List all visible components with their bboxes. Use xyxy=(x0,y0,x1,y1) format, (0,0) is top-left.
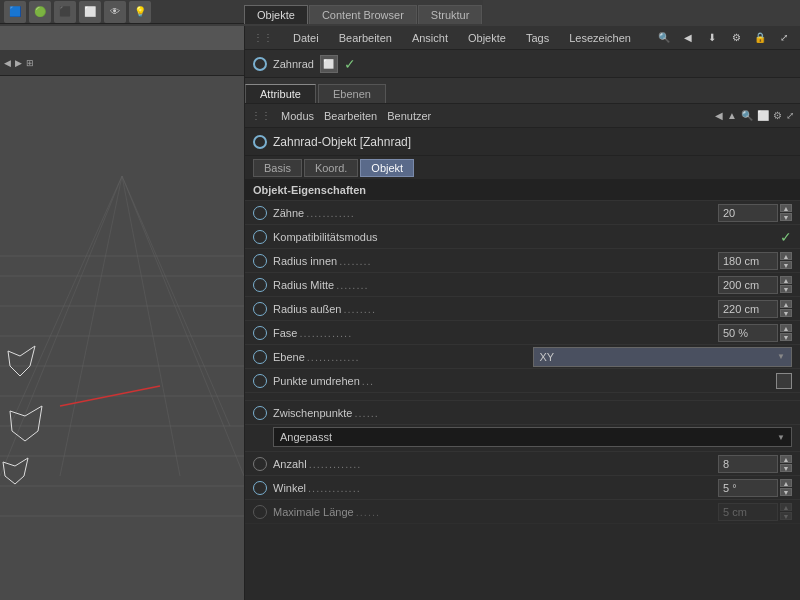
tab-ebenen[interactable]: Ebenen xyxy=(318,84,386,103)
search-icon[interactable]: 🔍 xyxy=(656,30,672,46)
dropdown-zwischenpunkte-arrow: ▼ xyxy=(777,433,785,442)
check-kompatibilitaet[interactable]: ✓ xyxy=(780,229,792,245)
dropdown-zwischenpunkte[interactable]: Angepasst ▼ xyxy=(273,427,792,447)
minimize-icon[interactable]: ⬇ xyxy=(704,30,720,46)
lock-icon[interactable]: 🔒 xyxy=(752,30,768,46)
spin-up-fase[interactable]: ▲ xyxy=(780,324,792,332)
attr-arrow-left[interactable]: ◀ xyxy=(715,110,723,121)
subtab-koord[interactable]: Koord. xyxy=(304,159,358,177)
prop-value-winkel: ▲ ▼ xyxy=(718,479,792,497)
arrow-left-icon[interactable]: ◀ xyxy=(680,30,696,46)
toolbar-icon-1[interactable]: 🟦 xyxy=(4,1,26,23)
tab-objekte[interactable]: Objekte xyxy=(244,5,308,24)
settings-icon[interactable]: ⚙ xyxy=(728,30,744,46)
tab-content-browser[interactable]: Content Browser xyxy=(309,5,417,24)
spinner-zaehne[interactable]: ▲ ▼ xyxy=(780,204,792,221)
spin-down-anzahl[interactable]: ▼ xyxy=(780,464,792,472)
attr-icon-4[interactable]: ⤢ xyxy=(786,110,794,121)
toolbar-icon-6[interactable]: 💡 xyxy=(129,1,151,23)
prop-label-ebene: Ebene ............. xyxy=(273,351,533,363)
properties-panel: Objekt-Eigenschaften Zähne ............ … xyxy=(245,180,800,600)
spin-up-radius-aussen[interactable]: ▲ xyxy=(780,300,792,308)
viewport-toolbar-icon[interactable]: ⊞ xyxy=(26,58,34,68)
breadcrumb-check[interactable]: ✓ xyxy=(344,56,356,72)
prop-icon-kompatibilitaet xyxy=(253,230,267,244)
prop-label-radius-aussen: Radius außen ........ xyxy=(273,303,718,315)
prop-label-zaehne: Zähne ............ xyxy=(273,207,718,219)
input-radius-aussen[interactable] xyxy=(718,300,778,318)
viewport-arrow-right[interactable]: ▶ xyxy=(15,58,22,68)
object-title-row: Zahnrad-Objekt [Zahnrad] xyxy=(245,128,800,156)
sub-tabs: Basis Koord. Objekt xyxy=(245,156,800,180)
object-icon xyxy=(253,57,267,71)
input-anzahl[interactable] xyxy=(718,455,778,473)
expand-icon[interactable]: ⤢ xyxy=(776,30,792,46)
spinner-radius-aussen[interactable]: ▲ ▼ xyxy=(780,300,792,317)
spin-up-radius-innen[interactable]: ▲ xyxy=(780,252,792,260)
menu-bearbeiten[interactable]: Bearbeiten xyxy=(335,30,396,46)
breadcrumb-btn-1[interactable]: ⬜ xyxy=(320,55,338,73)
input-zaehne[interactable] xyxy=(718,204,778,222)
spin-down-fase[interactable]: ▼ xyxy=(780,333,792,341)
viewport-arrow-left[interactable]: ◀ xyxy=(4,58,11,68)
spin-up-anzahl[interactable]: ▲ xyxy=(780,455,792,463)
input-radius-innen[interactable] xyxy=(718,252,778,270)
spin-up-winkel[interactable]: ▲ xyxy=(780,479,792,487)
toolbar-icon-5[interactable]: 👁 xyxy=(104,1,126,23)
prop-value-anzahl: ▲ ▼ xyxy=(718,455,792,473)
menu-tags[interactable]: Tags xyxy=(522,30,553,46)
prop-value-fase: ▲ ▼ xyxy=(718,324,792,342)
right-panel: ⋮⋮ Datei Bearbeiten Ansicht Objekte Tags… xyxy=(244,26,800,600)
dropdown-ebene-arrow: ▼ xyxy=(777,352,785,361)
spinner-radius-innen[interactable]: ▲ ▼ xyxy=(780,252,792,269)
spin-up-radius-mitte[interactable]: ▲ xyxy=(780,276,792,284)
viewport-toolbar: ◀ ▶ ⊞ xyxy=(0,50,244,76)
input-fase[interactable] xyxy=(718,324,778,342)
attr-arrow-right[interactable]: ▲ xyxy=(727,110,737,121)
subtab-basis[interactable]: Basis xyxy=(253,159,302,177)
attr-icon-3[interactable]: ⚙ xyxy=(773,110,782,121)
attr-menu-bearbeiten[interactable]: Bearbeiten xyxy=(324,110,377,122)
prop-zwischenpunkte-row: Zwischenpunkte ...... Angepasst ▼ xyxy=(245,401,800,452)
spinner-winkel[interactable]: ▲ ▼ xyxy=(780,479,792,496)
spin-down-radius-innen[interactable]: ▼ xyxy=(780,261,792,269)
toolbar-icon-2[interactable]: 🟢 xyxy=(29,1,51,23)
toolbar-icon-4[interactable]: ⬜ xyxy=(79,1,101,23)
spin-down-winkel[interactable]: ▼ xyxy=(780,488,792,496)
subtab-objekt[interactable]: Objekt xyxy=(360,159,414,177)
spinner-fase[interactable]: ▲ ▼ xyxy=(780,324,792,341)
checkbox-punkte-umdrehen[interactable] xyxy=(776,373,792,389)
prop-icon-radius-mitte xyxy=(253,278,267,292)
spin-up-zaehne[interactable]: ▲ xyxy=(780,204,792,212)
prop-anzahl: Anzahl ............. ▲ ▼ xyxy=(245,452,800,476)
prop-icon-zaehne xyxy=(253,206,267,220)
spin-down-radius-mitte[interactable]: ▼ xyxy=(780,285,792,293)
dropdown-ebene[interactable]: XY ▼ xyxy=(533,347,793,367)
main-toolbar: 🟦 🟢 ⬛ ⬜ 👁 💡 xyxy=(0,0,244,24)
toolbar-icon-3[interactable]: ⬛ xyxy=(54,1,76,23)
prop-icon-fase xyxy=(253,326,267,340)
spinner-radius-mitte[interactable]: ▲ ▼ xyxy=(780,276,792,293)
attr-menu-benutzer[interactable]: Benutzer xyxy=(387,110,431,122)
prop-icon-radius-innen xyxy=(253,254,267,268)
svg-rect-0 xyxy=(0,76,244,600)
spinner-anzahl[interactable]: ▲ ▼ xyxy=(780,455,792,472)
tab-struktur[interactable]: Struktur xyxy=(418,5,483,24)
prop-fase: Fase ............. ▲ ▼ xyxy=(245,321,800,345)
attr-icon-2[interactable]: ⬜ xyxy=(757,110,769,121)
attr-menu-modus[interactable]: Modus xyxy=(281,110,314,122)
prop-value-zaehne: ▲ ▼ xyxy=(718,204,792,222)
attr-icon-1[interactable]: 🔍 xyxy=(741,110,753,121)
tab-attribute[interactable]: Attribute xyxy=(245,84,316,103)
input-radius-mitte[interactable] xyxy=(718,276,778,294)
menu-datei[interactable]: Datei xyxy=(289,30,323,46)
input-winkel[interactable] xyxy=(718,479,778,497)
menu-objekte[interactable]: Objekte xyxy=(464,30,510,46)
menu-lesezeichen[interactable]: Lesezeichen xyxy=(565,30,635,46)
prop-value-radius-innen: ▲ ▼ xyxy=(718,252,792,270)
spin-down-zaehne[interactable]: ▼ xyxy=(780,213,792,221)
breadcrumb-bar: Zahnrad ⬜ ✓ xyxy=(245,50,800,78)
menu-ansicht[interactable]: Ansicht xyxy=(408,30,452,46)
spin-down-radius-aussen[interactable]: ▼ xyxy=(780,309,792,317)
prop-icon-ebene xyxy=(253,350,267,364)
